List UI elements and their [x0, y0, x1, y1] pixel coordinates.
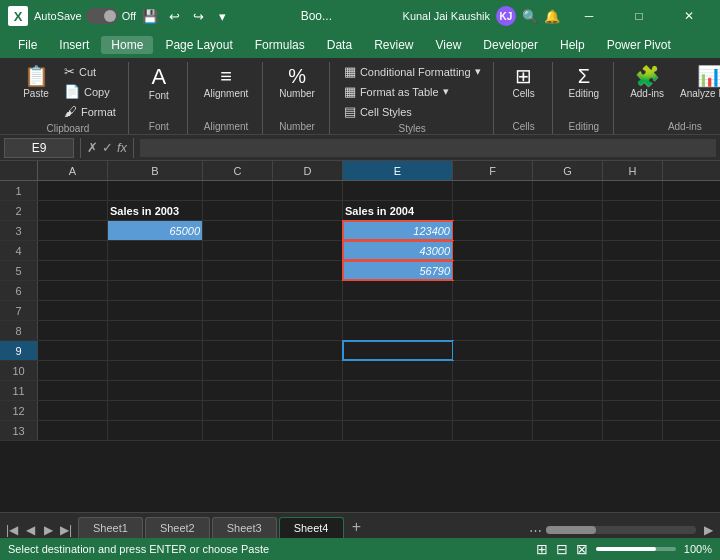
page-layout-icon[interactable]: ⊟ — [556, 541, 568, 557]
addins-button[interactable]: 🧩 Add-ins — [624, 62, 670, 103]
save-icon[interactable]: 💾 — [142, 8, 158, 24]
cell-g13[interactable] — [533, 421, 603, 440]
cell-e4[interactable]: 43000 — [343, 241, 453, 260]
cell-b13[interactable] — [108, 421, 203, 440]
col-header-c[interactable]: C — [203, 161, 273, 180]
cell-c11[interactable] — [203, 381, 273, 400]
cell-d3[interactable] — [273, 221, 343, 240]
cell-b2[interactable]: Sales in 2003 — [108, 201, 203, 220]
copy-button[interactable]: 📄Copy — [60, 82, 120, 101]
cell-c7[interactable] — [203, 301, 273, 320]
cell-h11[interactable] — [603, 381, 663, 400]
cell-h4[interactable] — [603, 241, 663, 260]
cell-c12[interactable] — [203, 401, 273, 420]
cells-button[interactable]: ⊞ Cells — [504, 62, 544, 103]
cell-a1[interactable] — [38, 181, 108, 200]
fx-check-icon[interactable]: ✗ — [87, 140, 98, 155]
cell-e3[interactable]: 123400 — [343, 221, 453, 240]
cell-c2[interactable] — [203, 201, 273, 220]
normal-view-icon[interactable]: ⊞ — [536, 541, 548, 557]
cell-c10[interactable] — [203, 361, 273, 380]
page-break-icon[interactable]: ⊠ — [576, 541, 588, 557]
cell-e7[interactable] — [343, 301, 453, 320]
col-header-b[interactable]: B — [108, 161, 203, 180]
cell-h7[interactable] — [603, 301, 663, 320]
minimize-button[interactable]: ─ — [566, 0, 612, 32]
sheet-tab-sheet4[interactable]: Sheet4 — [279, 517, 344, 538]
cell-h3[interactable] — [603, 221, 663, 240]
cell-a9[interactable] — [38, 341, 108, 360]
cell-d4[interactable] — [273, 241, 343, 260]
menu-file[interactable]: File — [8, 36, 47, 54]
cell-f11[interactable] — [453, 381, 533, 400]
cell-f13[interactable] — [453, 421, 533, 440]
cell-a6[interactable] — [38, 281, 108, 300]
cell-e6[interactable] — [343, 281, 453, 300]
cell-e2[interactable]: Sales in 2004 — [343, 201, 453, 220]
cell-a10[interactable] — [38, 361, 108, 380]
cell-c6[interactable] — [203, 281, 273, 300]
more-icon[interactable]: ▾ — [214, 8, 230, 24]
menu-help[interactable]: Help — [550, 36, 595, 54]
cell-h13[interactable] — [603, 421, 663, 440]
cell-b11[interactable] — [108, 381, 203, 400]
undo-icon[interactable]: ↩ — [166, 8, 182, 24]
cell-b4[interactable] — [108, 241, 203, 260]
cell-g5[interactable] — [533, 261, 603, 280]
sheet-last-button[interactable]: ▶| — [58, 522, 74, 538]
cell-h2[interactable] — [603, 201, 663, 220]
name-box[interactable] — [4, 138, 74, 158]
cell-b10[interactable] — [108, 361, 203, 380]
col-header-a[interactable]: A — [38, 161, 108, 180]
conditional-formatting-button[interactable]: ▦ Conditional Formatting ▾ — [340, 62, 485, 81]
number-button[interactable]: % Number — [273, 62, 321, 103]
cell-a7[interactable] — [38, 301, 108, 320]
cell-h1[interactable] — [603, 181, 663, 200]
autosave-toggle[interactable] — [86, 8, 118, 24]
menu-developer[interactable]: Developer — [473, 36, 548, 54]
cell-c5[interactable] — [203, 261, 273, 280]
cell-g6[interactable] — [533, 281, 603, 300]
cell-c4[interactable] — [203, 241, 273, 260]
menu-formulas[interactable]: Formulas — [245, 36, 315, 54]
sheet-first-button[interactable]: |◀ — [4, 522, 20, 538]
col-header-d[interactable]: D — [273, 161, 343, 180]
cell-g3[interactable] — [533, 221, 603, 240]
cell-g4[interactable] — [533, 241, 603, 260]
cell-f9[interactable] — [453, 341, 533, 360]
autosave-control[interactable]: AutoSave Off — [34, 8, 136, 24]
cell-f2[interactable] — [453, 201, 533, 220]
cell-f7[interactable] — [453, 301, 533, 320]
cell-h5[interactable] — [603, 261, 663, 280]
cell-g12[interactable] — [533, 401, 603, 420]
cell-d7[interactable] — [273, 301, 343, 320]
cell-e5[interactable]: 56790 — [343, 261, 453, 280]
cell-e8[interactable] — [343, 321, 453, 340]
cell-a3[interactable] — [38, 221, 108, 240]
sheet-prev-button[interactable]: ◀ — [22, 522, 38, 538]
zoom-slider[interactable] — [596, 547, 676, 551]
cell-b7[interactable] — [108, 301, 203, 320]
cell-h12[interactable] — [603, 401, 663, 420]
cell-b12[interactable] — [108, 401, 203, 420]
format-as-table-button[interactable]: ▦ Format as Table ▾ — [340, 82, 485, 101]
cell-f8[interactable] — [453, 321, 533, 340]
cell-b3[interactable]: 65000 — [108, 221, 203, 240]
sheet-next-button[interactable]: ▶ — [40, 522, 56, 538]
cell-b1[interactable] — [108, 181, 203, 200]
cell-d5[interactable] — [273, 261, 343, 280]
col-header-h[interactable]: H — [603, 161, 663, 180]
cell-b5[interactable] — [108, 261, 203, 280]
cell-e13[interactable] — [343, 421, 453, 440]
cell-c3[interactable] — [203, 221, 273, 240]
cell-h10[interactable] — [603, 361, 663, 380]
cell-c8[interactable] — [203, 321, 273, 340]
cell-c1[interactable] — [203, 181, 273, 200]
cell-g9[interactable] — [533, 341, 603, 360]
cell-e11[interactable] — [343, 381, 453, 400]
cell-f4[interactable] — [453, 241, 533, 260]
cell-d6[interactable] — [273, 281, 343, 300]
menu-review[interactable]: Review — [364, 36, 423, 54]
sheet-tab-sheet1[interactable]: Sheet1 — [78, 517, 143, 538]
cell-f6[interactable] — [453, 281, 533, 300]
